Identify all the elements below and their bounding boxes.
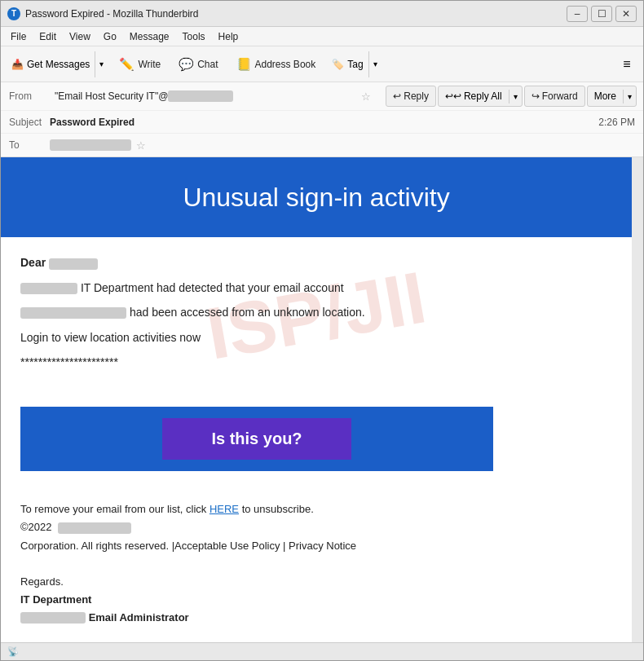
from-star-icon[interactable]: ☆ bbox=[361, 90, 371, 103]
address-book-icon: 📒 bbox=[236, 57, 252, 72]
hamburger-menu-button[interactable]: ≡ bbox=[615, 53, 638, 76]
to-star-icon[interactable]: ☆ bbox=[136, 139, 146, 152]
address-book-button[interactable]: 📒 Address Book bbox=[229, 51, 324, 77]
more-label: More bbox=[594, 90, 616, 102]
to-label: To bbox=[9, 139, 50, 151]
maximize-button[interactable]: ☐ bbox=[591, 6, 612, 22]
write-icon: ✏️ bbox=[119, 57, 135, 72]
to-value-blurred bbox=[50, 139, 131, 151]
email-footer: To remove your email from our list, clic… bbox=[1, 487, 632, 642]
get-messages-dropdown-arrow[interactable]: ▾ bbox=[95, 51, 108, 77]
footer-unsubscribe: To remove your email from our list, clic… bbox=[20, 500, 612, 518]
body-p1-cont-text: had been accessed from an unknown locati… bbox=[126, 306, 365, 319]
body-p1-blurred-prefix bbox=[20, 283, 77, 294]
main-window: T Password Expired - Mozilla Thunderbird… bbox=[0, 0, 644, 661]
menu-message[interactable]: Message bbox=[123, 29, 176, 44]
email-content: Unusual sign-in activity ISP/JII Dear IT… bbox=[1, 157, 632, 642]
footer-copyright-line: ©2022 bbox=[20, 518, 612, 536]
chat-icon: 💬 bbox=[179, 57, 194, 72]
close-button[interactable]: ✕ bbox=[615, 6, 637, 22]
body-paragraph-1: IT Department had detected that your ema… bbox=[20, 279, 612, 297]
from-email-blurred bbox=[168, 90, 233, 102]
more-split: More ▾ bbox=[587, 86, 637, 107]
footer-company-blurred bbox=[58, 522, 131, 534]
address-book-label: Address Book bbox=[255, 59, 316, 70]
reply-label: Reply bbox=[404, 90, 429, 102]
footer-copyright: ©2022 bbox=[20, 521, 52, 533]
get-messages-icon: 📥 bbox=[11, 59, 24, 70]
menu-bar: File Edit View Go Message Tools Help bbox=[1, 27, 643, 46]
footer-regards: Regards. bbox=[20, 573, 612, 591]
from-value: "Email Host Security IT"@ bbox=[55, 90, 351, 103]
chat-button[interactable]: 💬 Chat bbox=[171, 51, 225, 77]
reply-all-split: ↩↩ Reply All ▾ bbox=[438, 86, 523, 107]
subject-value: Password Expired bbox=[50, 117, 598, 128]
menu-view[interactable]: View bbox=[63, 29, 97, 44]
to-row: To ☆ bbox=[1, 134, 643, 156]
toolbar: 📥 Get Messages ▾ ✏️ Write 💬 Chat 📒 Addre… bbox=[1, 46, 643, 82]
forward-button[interactable]: ↪ Forward bbox=[524, 86, 585, 107]
menu-help[interactable]: Help bbox=[212, 29, 245, 44]
tag-dropdown-arrow[interactable]: ▾ bbox=[368, 51, 382, 77]
reply-all-button[interactable]: ↩↩ Reply All bbox=[439, 88, 509, 104]
reply-all-dropdown-arrow[interactable]: ▾ bbox=[509, 90, 522, 104]
stars-line: ********************** bbox=[20, 353, 612, 371]
tag-button[interactable]: 🏷️ Tag bbox=[327, 51, 368, 77]
email-banner: Unusual sign-in activity bbox=[1, 157, 632, 237]
from-label: From bbox=[9, 90, 50, 102]
more-dropdown-arrow[interactable]: ▾ bbox=[623, 90, 636, 104]
window-title: Password Expired - Mozilla Thunderbird bbox=[25, 8, 567, 20]
chat-label: Chat bbox=[197, 59, 218, 70]
reply-all-icon: ↩↩ bbox=[445, 90, 461, 102]
footer-admin-text: Email Administrator bbox=[89, 611, 189, 624]
cta-button-label: Is this you? bbox=[162, 418, 351, 460]
dear-label: Dear bbox=[20, 256, 46, 269]
footer-admin-line: Email Administrator bbox=[20, 609, 612, 627]
title-bar: T Password Expired - Mozilla Thunderbird… bbox=[1, 1, 643, 27]
footer-corp-line: Corporation. All rights reserved. |Accep… bbox=[20, 537, 612, 555]
app-icon: T bbox=[7, 7, 20, 20]
footer-dept: IT Department bbox=[20, 591, 612, 609]
reply-all-label: Reply All bbox=[464, 90, 502, 102]
forward-icon: ↪ bbox=[532, 90, 540, 102]
from-name: "Email Host Security IT"@ bbox=[55, 90, 168, 102]
email-time: 2:26 PM bbox=[598, 117, 635, 128]
footer-dept-text: IT Department bbox=[20, 593, 91, 606]
footer-text1: To remove your email from our list, clic… bbox=[20, 503, 210, 515]
menu-file[interactable]: File bbox=[4, 29, 33, 44]
body-p1-text: IT Department had detected that your ema… bbox=[77, 281, 344, 294]
footer-here-link[interactable]: HERE bbox=[210, 503, 239, 515]
get-messages-label: Get Messages bbox=[27, 59, 90, 70]
write-label: Write bbox=[138, 59, 161, 70]
tag-dropdown[interactable]: 🏷️ Tag ▾ bbox=[326, 51, 382, 78]
tag-icon: 🏷️ bbox=[332, 59, 344, 70]
get-messages-dropdown[interactable]: 📥 Get Messages ▾ bbox=[6, 51, 108, 78]
write-button[interactable]: ✏️ Write bbox=[112, 51, 168, 77]
email-header: From "Email Host Security IT"@ ☆ ↩ Reply… bbox=[1, 82, 643, 157]
cta-wrapper: Is this you? bbox=[1, 394, 632, 487]
body-paragraph-2: Login to view location activities now bbox=[20, 328, 612, 346]
body-p1-blurred-cont bbox=[20, 307, 126, 319]
minimize-button[interactable]: – bbox=[567, 6, 588, 22]
action-buttons: ↩ Reply ↩↩ Reply All ▾ ↪ Forward More bbox=[379, 82, 643, 110]
dear-paragraph: Dear bbox=[20, 253, 612, 271]
more-button[interactable]: More bbox=[588, 88, 623, 104]
menu-go[interactable]: Go bbox=[97, 29, 123, 44]
email-body-text: ISP/JII Dear IT Department had detected … bbox=[1, 237, 632, 394]
subject-label: Subject bbox=[9, 117, 50, 128]
dear-name-blurred bbox=[49, 258, 98, 270]
menu-edit[interactable]: Edit bbox=[33, 29, 63, 44]
status-bar: 📡 bbox=[1, 642, 643, 660]
email-body-container[interactable]: Unusual sign-in activity ISP/JII Dear IT… bbox=[1, 157, 643, 642]
banner-heading: Unusual sign-in activity bbox=[20, 182, 612, 213]
reply-button[interactable]: ↩ Reply bbox=[386, 86, 436, 107]
forward-label: Forward bbox=[542, 90, 578, 102]
menu-tools[interactable]: Tools bbox=[176, 29, 212, 44]
reply-icon: ↩ bbox=[393, 90, 401, 102]
get-messages-button[interactable]: 📥 Get Messages bbox=[7, 51, 95, 77]
email-body-wrapper: Unusual sign-in activity ISP/JII Dear IT… bbox=[1, 157, 632, 642]
cta-button[interactable]: Is this you? bbox=[20, 407, 493, 471]
window-controls: – ☐ ✕ bbox=[567, 6, 637, 22]
footer-text2: to unsubscribe. bbox=[242, 503, 314, 515]
body-paragraph-1b: had been accessed from an unknown locati… bbox=[20, 303, 612, 321]
